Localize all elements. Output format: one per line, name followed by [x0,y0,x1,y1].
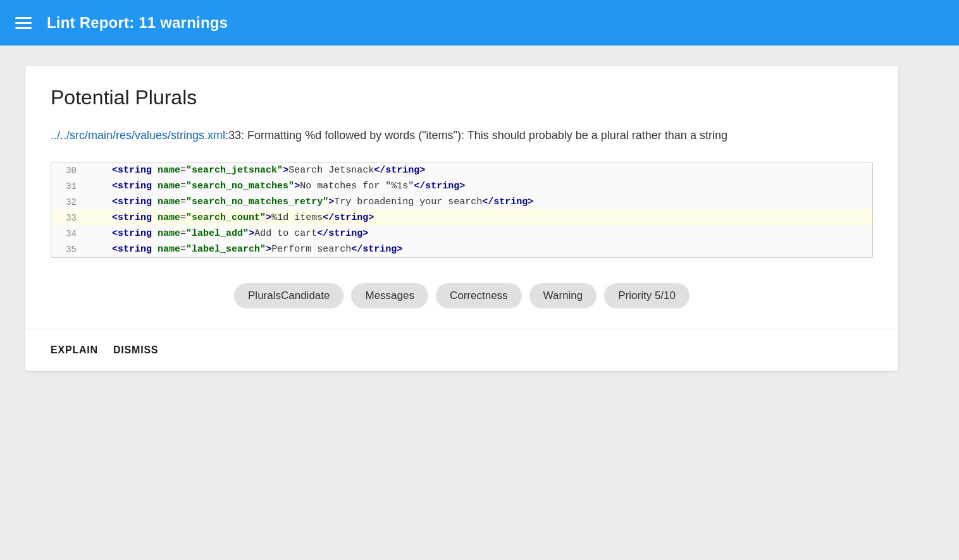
code-block: 30 <string name="search_jetsnack">Search… [51,162,873,258]
action-row: EXPLAIN DISMISS [51,329,873,371]
tag-chip-messages: Messages [351,283,428,308]
dismiss-button[interactable]: DISMISS [113,342,158,358]
code-content: <string name="label_add">Add to cart</st… [89,228,368,239]
code-content: <string name="label_search">Perform sear… [89,244,402,255]
code-line-31: 31 <string name="search_no_matches">No m… [51,178,872,194]
line-number: 32 [51,197,89,207]
code-content: <string name="search_count">%1d items</s… [89,212,374,223]
code-content: <string name="search_no_matches_retry">T… [89,197,533,207]
issue-file-link[interactable]: ../../src/main/res/values/strings.xml [51,129,225,142]
tag-chip-plurals-candidate: PluralsCandidate [234,283,343,308]
content-area: Potential Plurals ../../src/main/res/val… [0,46,959,391]
issue-description: ../../src/main/res/values/strings.xml:33… [51,127,873,144]
line-number: 34 [51,229,89,239]
code-line-30: 30 <string name="search_jetsnack">Search… [51,162,872,178]
lint-card: Potential Plurals ../../src/main/res/val… [25,66,898,371]
code-content: <string name="search_no_matches">No matc… [89,181,465,192]
line-number: 33 [51,213,89,223]
line-number: 35 [51,245,89,255]
code-content: <string name="search_jetsnack">Search Je… [89,165,425,176]
issue-text: :33: Formatting %d followed by words ("i… [225,129,727,142]
code-line-34: 34 <string name="label_add">Add to cart<… [51,226,872,241]
line-number: 30 [51,166,89,176]
code-line-35: 35 <string name="label_search">Perform s… [51,241,872,257]
code-line-32: 32 <string name="search_no_matches_retry… [51,194,872,210]
explain-button[interactable]: EXPLAIN [51,342,98,358]
page-title: Lint Report: 11 warnings [47,14,228,32]
line-number: 31 [51,181,89,192]
tag-chip-correctness: Correctness [436,283,522,308]
menu-icon[interactable] [15,17,32,29]
app-header: Lint Report: 11 warnings [0,0,959,46]
tags-row: PluralsCandidate Messages Correctness Wa… [51,278,873,329]
code-line-33: 33 <string name="search_count">%1d items… [51,210,872,226]
tag-chip-priority: Priority 5/10 [604,283,690,308]
card-title: Potential Plurals [51,86,873,109]
tag-chip-warning: Warning [529,283,597,308]
